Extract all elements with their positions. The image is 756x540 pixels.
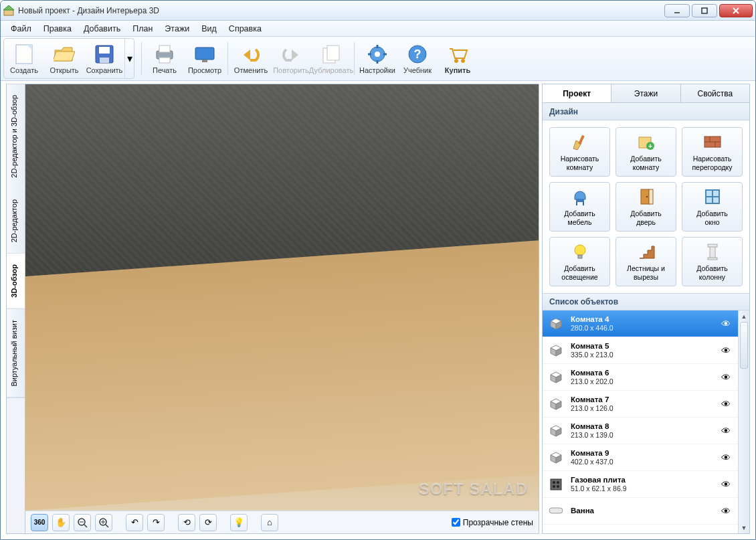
svg-rect-48	[641, 189, 649, 204]
open-button[interactable]: Открыть	[44, 39, 84, 78]
scroll-down-icon[interactable]: ▼	[739, 522, 749, 533]
save-button[interactable]: Сохранить	[84, 39, 124, 78]
rotate-left-button[interactable]: ↶	[126, 514, 143, 531]
duplicate-button[interactable]: Дублировать	[311, 38, 351, 79]
design-add-furniture-button[interactable]: Добавитьмебель	[549, 182, 610, 232]
box-icon	[547, 448, 565, 467]
tab-properties[interactable]: Свойства	[681, 84, 749, 102]
maximize-button[interactable]	[692, 4, 717, 17]
orbit-left-button[interactable]: ⟲	[178, 514, 195, 531]
light-toggle-button[interactable]: 💡	[230, 514, 248, 531]
menu-add[interactable]: Добавить	[78, 22, 126, 35]
design-add-door-button[interactable]: Добавитьдверь	[616, 182, 676, 232]
tab-2d-3d[interactable]: 2D-редактор и 3D-обзор	[7, 84, 25, 189]
right-panel: Проект Этажи Свойства Дизайн Нарисоватьк…	[542, 84, 750, 534]
object-list-item[interactable]: Комната 5335.0 x 213.0👁	[543, 337, 738, 364]
box-icon	[547, 395, 565, 414]
window-icon	[702, 187, 723, 207]
undo-button[interactable]: Отменить	[231, 38, 271, 79]
app-window: Новый проект - Дизайн Интерьера 3D Файл …	[0, 0, 756, 540]
design-stairs-button[interactable]: Лестницы ивырезы	[616, 237, 676, 286]
menu-plan[interactable]: План	[126, 22, 159, 35]
svg-rect-3	[702, 8, 707, 13]
object-list: Комната 4280.0 x 446.0👁Комната 5335.0 x …	[543, 310, 749, 533]
visibility-eye-icon[interactable]: 👁	[719, 479, 733, 490]
svg-rect-13	[159, 58, 170, 63]
tab-virtual-visit[interactable]: Виртуальный визит	[7, 309, 25, 398]
minimize-button[interactable]	[664, 4, 690, 17]
rotate-360-button[interactable]: 360	[31, 514, 48, 531]
box-icon	[547, 314, 565, 333]
preview-button[interactable]: Просмотр	[185, 38, 225, 79]
column-icon	[702, 242, 723, 262]
3d-scene[interactable]: SOFT SALAD	[25, 84, 539, 511]
visibility-eye-icon[interactable]: 👁	[719, 399, 733, 410]
scroll-up-icon[interactable]: ▲	[739, 310, 749, 322]
create-button[interactable]: Создать	[4, 39, 44, 78]
tab-3d-view[interactable]: 3D-обзор	[7, 254, 25, 309]
menu-edit[interactable]: Правка	[37, 22, 78, 35]
print-button[interactable]: Печать	[145, 38, 185, 79]
svg-marker-17	[292, 50, 298, 60]
design-draw-wall-button[interactable]: Нарисоватьперегородку	[682, 127, 743, 177]
visibility-eye-icon[interactable]: 👁	[719, 506, 733, 517]
rotate-right-button[interactable]: ↷	[147, 514, 165, 531]
titlebar: Новый проект - Дизайн Интерьера 3D	[1, 1, 755, 21]
tab-2d-editor[interactable]: 2D-редактор	[7, 189, 25, 254]
tutorial-button[interactable]: ?Учебник	[397, 38, 438, 79]
svg-point-78	[553, 481, 555, 484]
object-list-item[interactable]: Комната 7213.0 x 126.0👁	[543, 391, 738, 418]
redo-button[interactable]: Повторить	[271, 38, 311, 79]
svg-text:?: ?	[414, 48, 421, 61]
transparent-walls-input[interactable]	[452, 518, 460, 527]
design-draw-room-button[interactable]: Нарисоватькомнату	[549, 127, 610, 177]
zoom-in-button[interactable]	[95, 514, 112, 531]
menu-help[interactable]: Справка	[223, 22, 268, 35]
object-list-item[interactable]: Ванна👁	[543, 498, 738, 525]
door-icon	[636, 187, 657, 207]
visibility-eye-icon[interactable]: 👁	[719, 426, 733, 436]
section-design-header: Дизайн	[543, 103, 749, 120]
design-add-room-button[interactable]: +Добавитькомнату	[616, 127, 676, 177]
scroll-thumb[interactable]	[740, 322, 748, 369]
pan-button[interactable]: ✋	[52, 514, 70, 531]
design-add-light-button[interactable]: Добавитьосвещение	[549, 237, 610, 286]
save-dropdown-icon[interactable]: ▾	[124, 39, 134, 78]
home-view-button[interactable]: ⌂	[261, 514, 278, 531]
addroom-icon: +	[636, 132, 657, 152]
svg-rect-12	[159, 46, 170, 52]
main-toolbar: Создать Открыть Сохранить ▾ Печать Просм…	[1, 37, 755, 81]
visibility-eye-icon[interactable]: 👁	[719, 452, 733, 463]
visibility-eye-icon[interactable]: 👁	[719, 345, 733, 356]
transparent-walls-checkbox[interactable]: Прозрачные стены	[452, 518, 533, 527]
zoom-out-button[interactable]	[74, 514, 91, 531]
svg-rect-77	[551, 479, 561, 490]
buy-button[interactable]: Купить	[438, 38, 478, 79]
menu-file[interactable]: Файл	[5, 22, 37, 35]
orbit-right-button[interactable]: ⟳	[199, 514, 217, 531]
object-list-scrollbar[interactable]: ▲ ▼	[738, 310, 749, 533]
svg-rect-15	[202, 60, 207, 62]
menu-view[interactable]: Вид	[195, 22, 223, 35]
visibility-eye-icon[interactable]: 👁	[719, 372, 733, 383]
menu-floors[interactable]: Этажи	[159, 22, 195, 35]
object-list-item[interactable]: Газовая плита51.0 x 62.1 x 86.9👁	[543, 471, 738, 498]
object-list-item[interactable]: Комната 9402.0 x 437.0👁	[543, 444, 738, 471]
svg-rect-19	[327, 46, 339, 60]
visibility-eye-icon[interactable]: 👁	[719, 319, 733, 329]
object-list-item[interactable]: Комната 4280.0 x 446.0👁	[543, 310, 738, 337]
brick-icon	[702, 132, 723, 152]
svg-point-79	[557, 481, 559, 484]
app-icon	[3, 5, 14, 16]
tab-floors[interactable]: Этажи	[611, 84, 680, 102]
settings-button[interactable]: Настройки	[357, 38, 397, 79]
object-list-item[interactable]: Комната 6213.0 x 202.0👁	[543, 364, 738, 391]
svg-point-50	[646, 196, 647, 197]
object-list-item[interactable]: Комната 8213.0 x 139.0👁	[543, 418, 738, 444]
box-icon	[547, 341, 565, 360]
viewport: SOFT SALAD 360 ✋ ↶ ↷ ⟲ ⟳ 💡 ⌂	[25, 84, 539, 534]
design-add-column-button[interactable]: Добавитьколонну	[682, 237, 743, 286]
close-button[interactable]	[719, 4, 753, 17]
design-add-window-button[interactable]: Добавитьокно	[682, 182, 743, 232]
tab-project[interactable]: Проект	[543, 84, 611, 102]
